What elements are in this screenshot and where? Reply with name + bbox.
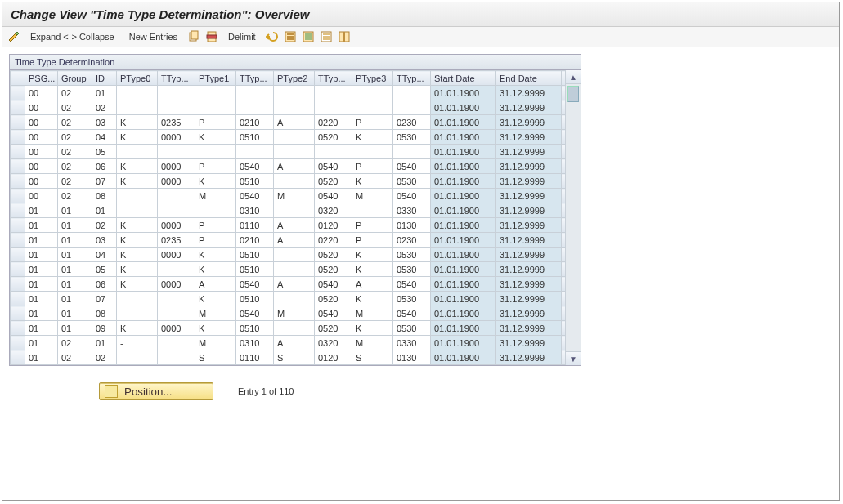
cell-ttype0[interactable]: 0235 [158,115,195,130]
cell-ptype1[interactable]: P [195,115,236,130]
cell-ttype3[interactable]: 0530 [393,248,431,262]
cell-group[interactable]: 01 [58,277,92,292]
cell-end-date[interactable]: 31.12.9999 [496,130,562,145]
cell-ttype3[interactable]: 0130 [393,218,431,233]
cell-group[interactable]: 01 [58,306,92,321]
cell-ptype2[interactable]: A [274,233,315,248]
row-selector[interactable] [11,233,25,248]
cell-psg[interactable]: 00 [25,115,58,130]
cell-ptype1[interactable]: M [195,306,236,321]
cell-id[interactable]: 05 [92,262,117,277]
cell-ttype0[interactable]: 0235 [158,233,195,248]
cell-ptype2[interactable] [274,292,315,306]
cell-ptype1[interactable]: K [195,130,236,145]
cell-end-date[interactable]: 31.12.9999 [496,86,562,100]
cell-ptype2[interactable] [274,262,315,277]
cell-ttype1[interactable]: 0540 [236,277,274,292]
cell-ptype0[interactable]: K [117,321,158,336]
cell-ttype3[interactable]: 0230 [393,115,431,130]
table-row[interactable]: 010105KK05100520K053001.01.190031.12.999… [11,262,566,277]
cell-ptype0[interactable]: K [117,277,158,292]
table-row[interactable]: 010201-M0310A0320M033001.01.190031.12.99… [11,336,566,350]
cell-ptype2[interactable]: A [274,218,315,233]
table-row[interactable]: 00020501.01.190031.12.9999 [11,145,566,159]
cell-ttype0[interactable] [158,145,195,159]
table-row[interactable]: 000203K0235P0210A0220P023001.01.190031.1… [11,115,566,130]
cell-ptype2[interactable] [274,100,315,115]
cell-start-date[interactable]: 01.01.1900 [431,218,496,233]
cell-end-date[interactable]: 31.12.9999 [496,277,562,292]
deselect-all-icon[interactable] [320,30,333,43]
cell-group[interactable]: 01 [58,248,92,262]
cell-ptype2[interactable] [274,321,315,336]
vertical-scrollbar[interactable]: ▲ ▼ [565,70,581,365]
row-selector[interactable] [11,248,25,262]
cell-psg[interactable]: 01 [25,203,58,218]
expand-collapse-button[interactable]: Expand <-> Collapse [25,30,119,43]
table-row[interactable]: 010107K05100520K053001.01.190031.12.9999 [11,292,566,306]
cell-ptype3[interactable]: P [352,218,393,233]
cell-ttype2[interactable]: 0540 [315,189,352,203]
cell-id[interactable]: 02 [92,100,117,115]
cell-ptype3[interactable]: K [352,262,393,277]
cell-psg[interactable]: 01 [25,218,58,233]
cell-start-date[interactable]: 01.01.1900 [431,292,496,306]
row-selector[interactable] [11,321,25,336]
cell-psg[interactable]: 00 [25,145,58,159]
cell-psg[interactable]: 01 [25,262,58,277]
cell-ttype1[interactable]: 0510 [236,248,274,262]
cell-ptype1[interactable]: A [195,277,236,292]
col-ttype3[interactable]: TTyp... [393,71,431,86]
cell-psg[interactable]: 00 [25,86,58,100]
cell-group[interactable]: 02 [58,86,92,100]
cell-ptype0[interactable] [117,100,158,115]
cell-ttype0[interactable]: 0000 [158,277,195,292]
cell-ptype3[interactable]: K [352,248,393,262]
cell-ptype3[interactable]: K [352,174,393,189]
cell-ttype3[interactable]: 0540 [393,277,431,292]
cell-ptype1[interactable]: P [195,159,236,174]
cell-end-date[interactable]: 31.12.9999 [496,233,562,248]
cell-ptype2[interactable]: M [274,306,315,321]
cell-psg[interactable]: 01 [25,306,58,321]
cell-ttype1[interactable] [236,86,274,100]
table-row[interactable]: 000207K0000K05100520K053001.01.190031.12… [11,174,566,189]
cell-id[interactable]: 07 [92,292,117,306]
cell-ptype0[interactable] [117,189,158,203]
cell-ptype1[interactable]: K [195,174,236,189]
cell-ptype3[interactable]: K [352,130,393,145]
cell-ptype1[interactable] [195,86,236,100]
cell-ptype1[interactable]: K [195,292,236,306]
cell-ttype2[interactable]: 0540 [315,277,352,292]
cell-ptype3[interactable]: P [352,233,393,248]
cell-ttype1[interactable] [236,145,274,159]
cell-end-date[interactable]: 31.12.9999 [496,159,562,174]
cell-start-date[interactable]: 01.01.1900 [431,350,496,365]
cell-end-date[interactable]: 31.12.9999 [496,350,562,365]
cell-group[interactable]: 01 [58,218,92,233]
cell-ttype2[interactable]: 0540 [315,306,352,321]
cell-ptype2[interactable] [274,130,315,145]
cell-end-date[interactable]: 31.12.9999 [496,336,562,350]
cell-ptype1[interactable]: K [195,262,236,277]
cell-ttype3[interactable]: 0530 [393,292,431,306]
cell-psg[interactable]: 00 [25,130,58,145]
cell-ttype3[interactable] [393,86,431,100]
cell-ptype0[interactable]: K [117,218,158,233]
copy-icon[interactable] [187,30,200,43]
cell-ttype0[interactable]: 0000 [158,218,195,233]
cell-psg[interactable]: 01 [25,336,58,350]
cell-start-date[interactable]: 01.01.1900 [431,336,496,350]
cell-ptype0[interactable]: - [117,336,158,350]
cell-group[interactable]: 02 [58,174,92,189]
cell-ptype2[interactable]: M [274,189,315,203]
cell-ttype1[interactable]: 0310 [236,203,274,218]
cell-ttype1[interactable]: 0210 [236,115,274,130]
cell-ttype2[interactable] [315,86,352,100]
cell-ttype2[interactable]: 0220 [315,115,352,130]
cell-id[interactable]: 07 [92,174,117,189]
row-selector[interactable] [11,292,25,306]
row-selector[interactable] [11,203,25,218]
cell-id[interactable]: 08 [92,189,117,203]
cell-psg[interactable]: 00 [25,100,58,115]
